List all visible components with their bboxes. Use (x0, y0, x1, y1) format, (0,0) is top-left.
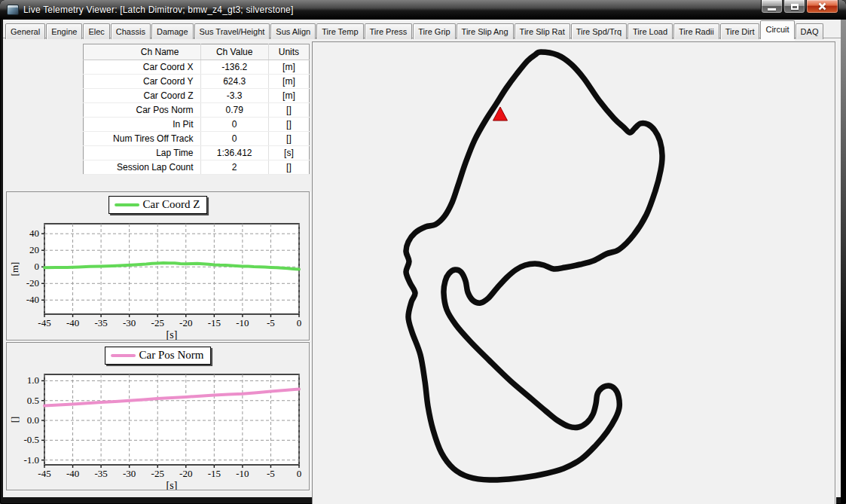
tab-elec[interactable]: Elec (83, 23, 109, 39)
channel-table-body: Car Coord X-136.2[m]Car Coord Y624.3[m]C… (84, 60, 310, 175)
table-row: Car Coord X-136.2[m] (84, 60, 310, 75)
tab-tire-load[interactable]: Tire Load (628, 23, 673, 39)
table-row: Car Coord Z-3.3[m] (84, 89, 310, 103)
tab-general[interactable]: General (5, 23, 45, 39)
tab-tire-press[interactable]: Tire Press (365, 23, 413, 39)
minimize-button[interactable] (761, 0, 783, 14)
svg-text:-20: -20 (179, 317, 192, 328)
tab-tire-radii[interactable]: Tire Radii (673, 23, 719, 39)
tab-circuit[interactable]: Circuit (760, 20, 794, 39)
cell-ch-value: 624.3 (200, 75, 268, 89)
tab-chassis[interactable]: Chassis (111, 23, 151, 39)
tab-daq[interactable]: DAQ (796, 23, 824, 39)
svg-text:20: 20 (29, 244, 39, 255)
legend-line-swatch-pink (111, 354, 136, 357)
svg-text:-10: -10 (236, 468, 249, 479)
window-controls (760, 0, 838, 14)
svg-text:-5: -5 (267, 317, 275, 328)
svg-text:-35: -35 (94, 317, 107, 328)
client-area: GeneralEngineElecChassisDamageSus Travel… (3, 20, 841, 497)
svg-text:-25: -25 (151, 317, 164, 328)
tab-tire-dirt[interactable]: Tire Dirt (720, 23, 760, 39)
cell-units: [] (268, 132, 309, 146)
tab-tire-grip[interactable]: Tire Grip (413, 23, 455, 39)
svg-text:1.0: 1.0 (27, 374, 39, 386)
svg-text:0: 0 (297, 317, 302, 328)
chart-panel-car-pos-norm: Car Pos Norm -45-40-35-30-25-20-15-10-50… (6, 342, 310, 490)
close-button[interactable] (806, 0, 838, 14)
cell-units: [m] (268, 89, 309, 103)
svg-text:-0.5: -0.5 (23, 434, 39, 445)
cell-ch-name: Car Coord X (84, 60, 201, 75)
legend-car-pos-norm: Car Pos Norm (105, 347, 212, 365)
svg-text:-1.0: -1.0 (23, 454, 39, 466)
cell-ch-value: 1:36.412 (200, 146, 268, 160)
tab-tire-slip-ang[interactable]: Tire Slip Ang (457, 23, 514, 39)
channel-table-header: Ch Name Ch Value Units (84, 44, 310, 60)
track-map-svg (313, 42, 835, 504)
svg-text:-40: -40 (26, 294, 39, 305)
tab-engine[interactable]: Engine (46, 23, 82, 39)
tab-sus-align[interactable]: Sus Align (270, 23, 316, 39)
column-header-units: Units (268, 44, 309, 60)
svg-text:40: 40 (29, 228, 39, 239)
table-row: In Pit0[] (84, 118, 310, 132)
cell-ch-value: 0 (200, 118, 268, 132)
svg-text:0: 0 (297, 468, 302, 479)
column-header-ch-value: Ch Value (200, 44, 268, 60)
svg-text:-20: -20 (179, 468, 192, 479)
legend-line-swatch-green (115, 203, 139, 206)
svg-text:-40: -40 (66, 468, 79, 479)
svg-text:-45: -45 (38, 317, 50, 328)
svg-text:0.0: 0.0 (27, 414, 39, 426)
svg-text:-15: -15 (208, 317, 221, 328)
window-title: Live Telemetry Viewer: [Latch Dimitrov; … (23, 5, 294, 15)
svg-text:[s]: [s] (166, 480, 178, 490)
cell-units: [s] (268, 146, 309, 160)
cell-ch-name: Lap Time (84, 146, 201, 160)
close-icon (818, 2, 826, 11)
svg-text:-25: -25 (151, 468, 164, 479)
track-map-panel (312, 41, 835, 504)
svg-text:-10: -10 (236, 317, 249, 328)
tab-damage[interactable]: Damage (151, 23, 194, 39)
svg-text:-40: -40 (66, 317, 79, 328)
svg-text:-30: -30 (123, 468, 136, 479)
tab-tire-spd-trq[interactable]: Tire Spd/Trq (571, 23, 627, 39)
cell-ch-value: 0.79 (200, 103, 268, 118)
cell-ch-value: -3.3 (200, 89, 268, 103)
table-row: Num Tires Off Track0[] (84, 132, 310, 146)
tab-tire-slip-rat[interactable]: Tire Slip Rat (515, 23, 570, 39)
svg-text:0: 0 (35, 261, 40, 272)
app-icon (7, 5, 19, 15)
legend-label: Car Pos Norm (139, 349, 204, 362)
cell-ch-name: Car Coord Z (84, 89, 201, 103)
maximize-button[interactable] (783, 0, 805, 14)
tab-sus-travel-height[interactable]: Sus Travel/Height (194, 23, 270, 39)
tab-tire-temp[interactable]: Tire Temp (316, 23, 363, 39)
car-coord-z-plot: -45-40-35-30-25-20-15-10-5040200-20-40[s… (7, 192, 309, 340)
svg-text:-35: -35 (94, 468, 107, 479)
svg-text:-45: -45 (38, 468, 50, 479)
cell-units: [] (268, 103, 309, 118)
cell-ch-name: Car Coord Y (84, 75, 201, 89)
channel-table: Ch Name Ch Value Units Car Coord X-136.2… (83, 44, 310, 175)
cell-units: [] (268, 118, 309, 132)
cell-ch-name: In Pit (84, 118, 201, 132)
svg-text:-15: -15 (208, 468, 221, 479)
table-row: Lap Time1:36.412[s] (84, 146, 310, 160)
cell-units: [m] (268, 60, 309, 75)
table-row: Session Lap Count2[] (84, 160, 310, 175)
svg-text:-20: -20 (26, 277, 39, 289)
cell-ch-value: 2 (200, 160, 268, 175)
tab-bar: GeneralEngineElecChassisDamageSus Travel… (3, 20, 841, 39)
cell-units: [m] (268, 75, 309, 89)
car-pos-norm-plot: -45-40-35-30-25-20-15-10-501.00.50.0-0.5… (7, 343, 309, 490)
table-row: Car Pos Norm0.79[] (84, 103, 310, 118)
legend-label: Car Coord Z (143, 198, 200, 211)
legend-car-coord-z: Car Coord Z (108, 196, 208, 214)
cell-ch-name: Car Pos Norm (84, 103, 201, 118)
titlebar[interactable]: Live Telemetry Viewer: [Latch Dimitrov; … (0, 0, 846, 20)
cell-ch-name: Session Lap Count (84, 160, 201, 175)
cell-units: [] (268, 160, 309, 175)
